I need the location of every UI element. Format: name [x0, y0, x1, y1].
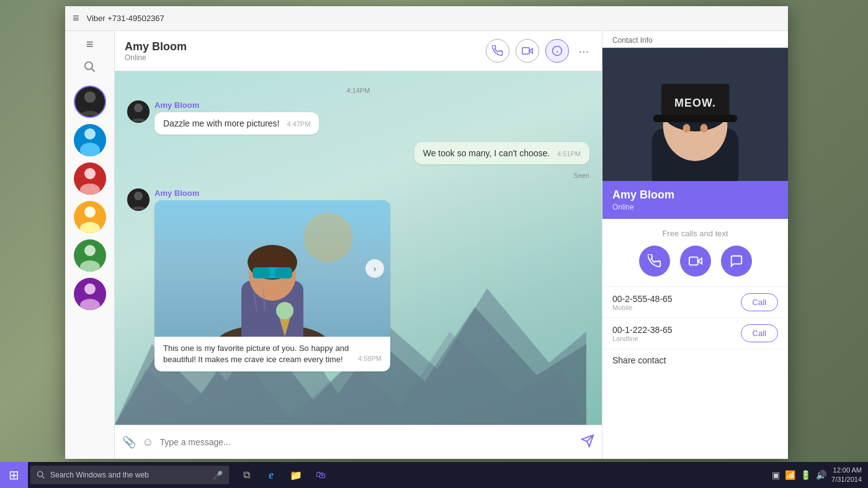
- taskbar-app-files[interactable]: 📁: [285, 462, 307, 488]
- svg-rect-57: [689, 257, 697, 265]
- svg-point-32: [303, 213, 353, 262]
- call-landline-button[interactable]: Call: [741, 324, 778, 342]
- network-tray-icon[interactable]: 📶: [785, 470, 795, 480]
- messages-container[interactable]: 4:14PM Amy Bloom Dazzle me with more p: [115, 71, 602, 425]
- svg-point-30: [134, 192, 143, 200]
- contact-call-button[interactable]: [639, 246, 670, 277]
- message-input[interactable]: [159, 437, 575, 447]
- message-row: Amy Bloom Dazzle me with more pictures! …: [127, 100, 589, 135]
- photo-message: › This one is my favorite picture of you…: [154, 200, 390, 371]
- windows-icon: ⊞: [9, 468, 19, 482]
- contact-avatar-4[interactable]: [74, 201, 106, 233]
- taskbar-clock: 12:00 AM 7/31/2014: [831, 466, 862, 485]
- task-view-icon: ⧉: [243, 469, 250, 481]
- phone-info-mobile: 00-2-555-48-65 Mobile: [612, 294, 741, 311]
- svg-line-1: [91, 69, 94, 72]
- share-contact-link[interactable]: Share contact: [602, 349, 788, 371]
- svg-text:MEOW.: MEOW.: [674, 97, 716, 109]
- message-time: 4:47PM: [287, 120, 310, 128]
- photo-caption-text: This one is my favorite picture of you. …: [163, 344, 349, 364]
- taskbar-apps: ⧉ e 📁 🛍: [235, 462, 332, 488]
- message-sender-name: Amy Bloom: [154, 100, 319, 110]
- message-sender-avatar: [127, 100, 150, 123]
- more-options-button[interactable]: ···: [575, 44, 592, 58]
- message-time-sent: 4:51PM: [557, 150, 581, 157]
- phone-entry-landline: 00-1-222-38-65 Landline Call: [602, 318, 788, 349]
- svg-point-54: [683, 124, 691, 133]
- voice-call-button[interactable]: [486, 39, 509, 63]
- action-buttons-row: [612, 246, 778, 277]
- message-bubble-wrapper-sent: We took so many, I can't choose. 4:51PM: [414, 142, 589, 164]
- svg-rect-23: [522, 48, 529, 55]
- battery-tray-icon[interactable]: 🔋: [800, 470, 811, 480]
- contact-avatar-1[interactable]: [74, 86, 106, 118]
- photo-message-wrapper: Amy Bloom: [154, 189, 390, 371]
- contact-avatar-3[interactable]: [74, 162, 106, 195]
- photo-message-avatar: [127, 189, 150, 211]
- contact-avatar-2[interactable]: [74, 124, 106, 156]
- svg-point-5: [84, 128, 96, 140]
- sidebar-search-icon[interactable]: [84, 61, 96, 76]
- phone-number-mobile: 00-2-555-48-65: [612, 294, 741, 304]
- svg-point-17: [84, 283, 96, 295]
- chat-header-actions: ···: [486, 39, 592, 63]
- message-row-sent: We took so many, I can't choose. 4:51PM: [127, 142, 589, 164]
- message-timestamp-1: 4:14PM: [127, 87, 589, 94]
- contact-photo: MEOW.: [602, 48, 788, 181]
- contact-info-name: Amy Bloom: [612, 189, 778, 202]
- contact-avatar-6[interactable]: [74, 278, 106, 310]
- chat-header: Amy Bloom Online: [115, 31, 602, 71]
- phone-entry-mobile: 00-2-555-48-65 Mobile Call: [602, 287, 788, 318]
- svg-point-55: [700, 124, 707, 133]
- photo-next-button[interactable]: ›: [365, 259, 384, 278]
- svg-point-41: [276, 302, 293, 319]
- taskbar-app-store[interactable]: 🛍: [310, 462, 332, 488]
- send-button[interactable]: [581, 434, 594, 451]
- svg-rect-39: [275, 267, 292, 278]
- photo-message-sender: Amy Bloom: [154, 189, 390, 198]
- photo-caption: This one is my favorite picture of you. …: [154, 337, 390, 371]
- message-bubble-received: Dazzle me with more pictures! 4:47PM: [154, 112, 319, 135]
- contact-avatar-5[interactable]: [74, 239, 106, 272]
- video-call-button[interactable]: [516, 39, 539, 63]
- taskbar-mic-icon[interactable]: 🎤: [213, 471, 223, 480]
- taskbar-search-text: Search Windows and the web: [50, 471, 149, 479]
- taskbar-app-taskview[interactable]: ⧉: [235, 462, 257, 488]
- photo-content: ›: [154, 200, 390, 337]
- input-bar: 📎 ☺: [115, 425, 602, 459]
- svg-point-28: [134, 104, 143, 112]
- svg-rect-38: [253, 267, 270, 278]
- free-calls-label: Free calls and text: [612, 229, 778, 238]
- phone-type-landline: Landline: [612, 335, 741, 342]
- call-mobile-button[interactable]: Call: [741, 293, 778, 311]
- title-bar-menu-icon[interactable]: ≡: [73, 12, 79, 25]
- message-bubble-wrapper: Amy Bloom Dazzle me with more pictures! …: [154, 100, 319, 135]
- keyboard-tray-icon[interactable]: ▣: [772, 470, 780, 480]
- taskbar-app-edge[interactable]: e: [260, 462, 282, 488]
- start-button[interactable]: ⊞: [0, 462, 28, 488]
- contact-info-panel-title: Contact Info: [602, 31, 788, 48]
- phone-number-landline: 00-1-222-38-65: [612, 325, 741, 335]
- attach-icon[interactable]: 📎: [122, 435, 136, 449]
- taskbar-search-bar[interactable]: Search Windows and the web 🎤: [30, 466, 229, 484]
- contact-message-button[interactable]: [721, 246, 752, 277]
- svg-point-8: [84, 168, 96, 179]
- volume-tray-icon[interactable]: 🔊: [816, 470, 826, 480]
- files-icon: 📁: [290, 469, 302, 481]
- phone-info-landline: 00-1-222-38-65 Landline: [612, 325, 741, 342]
- emoji-icon[interactable]: ☺: [142, 436, 153, 449]
- chat-header-info: Amy Bloom Online: [125, 40, 486, 62]
- svg-line-59: [42, 476, 44, 478]
- sidebar-menu-button[interactable]: ≡: [86, 37, 94, 51]
- svg-rect-52: [653, 115, 738, 122]
- message-text-sent: We took so many, I can't choose.: [423, 148, 550, 158]
- taskbar: ⊞ Search Windows and the web 🎤 ⧉ e 📁 🛍 ▣…: [0, 462, 868, 488]
- store-icon: 🛍: [316, 469, 326, 481]
- contact-info-panel: Contact Info: [602, 31, 788, 459]
- phone-type-mobile: Mobile: [612, 304, 741, 311]
- contact-video-button[interactable]: [680, 246, 711, 277]
- message-text: Dazzle me with more pictures!: [163, 118, 280, 128]
- chat-area: Amy Bloom Online: [115, 31, 602, 459]
- svg-point-14: [84, 245, 96, 256]
- info-button[interactable]: [545, 39, 569, 63]
